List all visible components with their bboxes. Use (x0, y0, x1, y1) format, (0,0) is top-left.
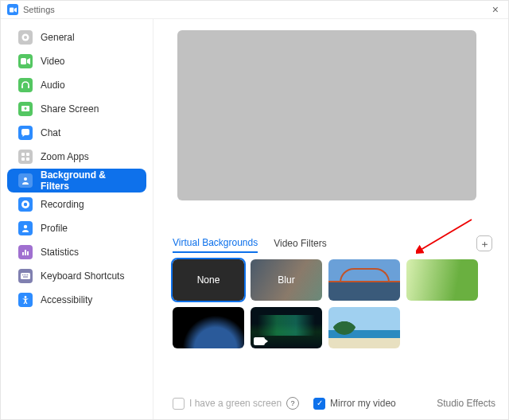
background-icon (18, 173, 33, 188)
gear-icon (18, 30, 33, 45)
share-screen-icon (18, 102, 33, 116)
sidebar-item-accessibility[interactable]: Accessibility (7, 288, 146, 312)
thumb-beach[interactable] (328, 307, 400, 348)
close-button[interactable]: × (489, 3, 502, 16)
svg-rect-15 (22, 252, 24, 255)
video-icon (18, 54, 33, 68)
sidebar-item-label: Chat (41, 127, 60, 138)
svg-rect-17 (27, 251, 29, 255)
svg-rect-16 (25, 250, 26, 255)
svg-point-24 (25, 296, 27, 298)
mirror-video-label: Mirror my video (330, 398, 396, 409)
record-icon (18, 197, 33, 212)
svg-rect-20 (24, 274, 25, 275)
svg-rect-9 (21, 158, 25, 161)
headphones-icon (18, 78, 33, 92)
tab-video-filters[interactable]: Video Filters (274, 235, 326, 252)
apps-icon (18, 150, 33, 164)
sidebar-item-profile[interactable]: Profile (7, 216, 146, 240)
sidebar-item-general[interactable]: General (7, 25, 146, 49)
titlebar: Settings × (1, 1, 508, 19)
svg-rect-8 (26, 153, 29, 156)
add-background-button[interactable]: ＋ (476, 235, 492, 251)
sidebar-item-label: Audio (41, 80, 65, 91)
sidebar-item-chat[interactable]: Chat (7, 121, 146, 145)
thumb-grass[interactable] (406, 259, 478, 301)
tabs-row: Virtual Backgrounds Video Filters ＋ (173, 234, 495, 253)
stats-icon (18, 245, 33, 259)
svg-rect-10 (26, 158, 29, 161)
sidebar-item-audio[interactable]: Audio (7, 73, 146, 97)
svg-rect-7 (21, 153, 25, 156)
sidebar-item-label: Recording (41, 199, 84, 210)
sidebar-item-video[interactable]: Video (7, 49, 146, 73)
svg-rect-21 (25, 274, 26, 275)
background-thumbnails: None Blur (173, 259, 495, 355)
svg-rect-0 (10, 7, 14, 12)
thumb-none[interactable]: None (173, 259, 244, 301)
svg-rect-4 (21, 86, 23, 88)
svg-rect-3 (21, 58, 26, 64)
help-icon[interactable]: ? (286, 397, 299, 410)
svg-point-14 (24, 225, 27, 228)
mirror-video-checkbox[interactable]: ✓ (313, 398, 325, 410)
video-preview (177, 30, 476, 200)
thumb-label: None (197, 274, 220, 286)
thumb-label: Blur (278, 274, 294, 286)
svg-rect-5 (28, 86, 29, 88)
content-pane: Virtual Backgrounds Video Filters ＋ None… (153, 19, 508, 419)
sidebar-item-zoom-apps[interactable]: Zoom Apps (7, 145, 146, 169)
bottom-bar: I have a green screen ? ✓ Mirror my vide… (173, 397, 495, 413)
svg-point-2 (24, 36, 27, 39)
sidebar-item-label: Keyboard Shortcuts (41, 270, 124, 282)
svg-rect-23 (23, 277, 28, 278)
sidebar-item-keyboard-shortcuts[interactable]: Keyboard Shortcuts (7, 264, 146, 288)
svg-rect-22 (27, 274, 28, 275)
svg-rect-18 (21, 273, 30, 279)
chat-icon (18, 126, 33, 140)
app-icon (7, 4, 18, 15)
sidebar-item-share-screen[interactable]: Share Screen (7, 97, 146, 121)
sidebar: General Video Audio Share Screen Chat Zo… (1, 19, 153, 419)
studio-effects-link[interactable]: Studio Effects (437, 398, 495, 409)
accessibility-icon (18, 293, 33, 307)
thumb-bridge[interactable] (328, 259, 400, 301)
keyboard-icon (18, 269, 33, 283)
video-badge-icon (254, 337, 265, 345)
sidebar-item-label: Statistics (41, 247, 79, 258)
window-body: General Video Audio Share Screen Chat Zo… (1, 19, 508, 419)
sidebar-item-label: General (41, 32, 75, 43)
green-screen-checkbox[interactable] (173, 398, 185, 410)
svg-point-13 (24, 203, 27, 206)
thumb-row (173, 307, 495, 348)
settings-window: Settings × General Video Audio Share Scr… (0, 0, 509, 420)
sidebar-item-recording[interactable]: Recording (7, 192, 146, 216)
sidebar-item-label: Video (41, 56, 64, 67)
svg-rect-19 (22, 274, 23, 275)
sidebar-item-label: Zoom Apps (41, 151, 89, 162)
svg-point-11 (24, 177, 27, 181)
sidebar-item-statistics[interactable]: Statistics (7, 240, 146, 264)
window-title: Settings (23, 5, 55, 14)
sidebar-item-label: Background & Filters (41, 169, 135, 192)
thumb-row: None Blur (173, 259, 495, 301)
sidebar-item-background-filters[interactable]: Background & Filters (7, 169, 146, 192)
sidebar-item-label: Share Screen (41, 103, 99, 115)
tab-virtual-backgrounds[interactable]: Virtual Backgrounds (173, 234, 258, 253)
thumb-earth[interactable] (173, 307, 244, 348)
sidebar-item-label: Accessibility (41, 294, 92, 305)
thumb-aurora[interactable] (251, 307, 322, 348)
sidebar-item-label: Profile (41, 223, 68, 234)
profile-icon (18, 221, 33, 235)
thumb-blur[interactable]: Blur (251, 259, 322, 301)
green-screen-label: I have a green screen (189, 398, 282, 409)
